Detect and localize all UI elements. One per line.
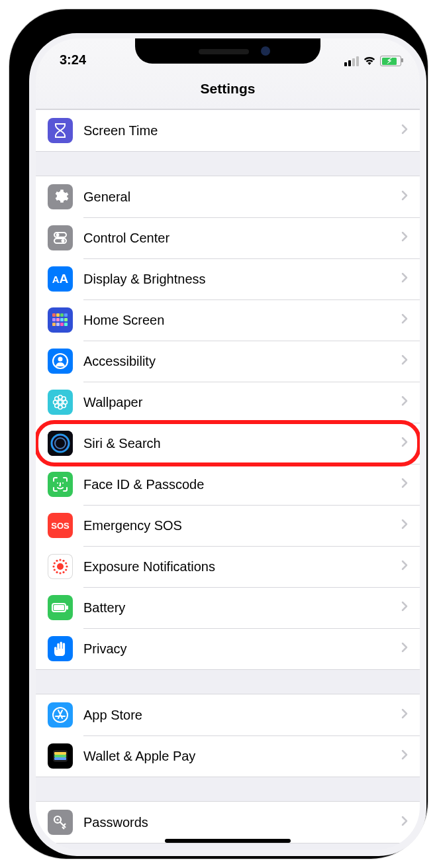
svg-rect-46 — [66, 606, 68, 610]
chevron-right-icon — [401, 708, 420, 722]
notch — [135, 38, 320, 64]
svg-point-32 — [57, 563, 64, 570]
svg-rect-50 — [54, 752, 66, 755]
svg-point-25 — [55, 404, 59, 407]
row-wallpaper[interactable]: Wallpaper — [36, 382, 420, 423]
svg-point-17 — [58, 357, 63, 362]
chevron-right-icon — [401, 437, 420, 450]
battery-label: Battery — [83, 600, 401, 616]
svg-point-36 — [59, 572, 61, 574]
svg-point-31 — [62, 482, 64, 484]
svg-rect-10 — [60, 318, 64, 321]
svg-point-1 — [56, 233, 60, 237]
svg-rect-9 — [56, 318, 60, 321]
privacy-icon — [48, 636, 73, 661]
display-icon: AA — [48, 266, 73, 292]
face-id-icon — [48, 472, 73, 497]
svg-rect-11 — [64, 318, 68, 321]
siri-search-label: Siri & Search — [83, 436, 401, 451]
row-siri-search[interactable]: Siri & Search — [36, 423, 420, 464]
row-privacy[interactable]: Privacy — [36, 628, 420, 669]
row-control-center[interactable]: Control Center — [36, 217, 420, 258]
row-emergency-sos[interactable]: SOSEmergency SOS — [36, 505, 420, 546]
status-time: 3:24 — [60, 52, 86, 69]
home-indicator[interactable] — [165, 839, 291, 843]
svg-point-3 — [62, 239, 65, 243]
battery-icon: ⚡︎ — [380, 56, 401, 66]
svg-point-18 — [58, 400, 62, 404]
chevron-right-icon — [401, 642, 420, 655]
mute-switch — [13, 142, 17, 168]
chevron-right-icon — [401, 354, 420, 368]
nav-bar: Settings — [36, 69, 420, 109]
row-accessibility[interactable]: Accessibility — [36, 341, 420, 382]
display-label: Display & Brightness — [83, 272, 401, 287]
settings-group: App StoreWallet & Apple Pay — [36, 694, 420, 777]
chevron-right-icon — [401, 231, 420, 244]
svg-rect-7 — [64, 313, 68, 317]
svg-point-35 — [62, 571, 64, 573]
wallpaper-icon — [48, 390, 73, 415]
svg-point-54 — [56, 818, 58, 820]
volume-down-button — [13, 248, 17, 294]
screentime-label: Screen Time — [83, 123, 401, 138]
privacy-label: Privacy — [83, 641, 401, 657]
row-face-id[interactable]: Face ID & Passcode — [36, 464, 420, 505]
settings-group: GeneralControl CenterAADisplay & Brightn… — [36, 176, 420, 670]
row-home-screen[interactable]: Home Screen — [36, 299, 420, 341]
row-wallet[interactable]: Wallet & Apple Pay — [36, 735, 420, 777]
svg-point-23 — [55, 397, 59, 401]
wallet-icon — [48, 743, 73, 769]
svg-point-24 — [62, 397, 66, 401]
home-screen-icon — [48, 307, 73, 333]
wifi-icon — [363, 56, 376, 66]
chevron-right-icon — [401, 519, 420, 532]
svg-point-26 — [62, 404, 66, 407]
emergency-sos-label: Emergency SOS — [83, 518, 401, 533]
row-battery[interactable]: Battery — [36, 587, 420, 628]
screen: 3:24 ⚡︎ Settings Screen Tim — [36, 38, 420, 849]
general-label: General — [83, 190, 401, 205]
chevron-right-icon — [401, 272, 420, 286]
svg-point-41 — [56, 560, 58, 562]
control-center-label: Control Center — [83, 231, 401, 246]
svg-rect-6 — [60, 313, 64, 317]
chevron-right-icon — [401, 478, 420, 491]
general-icon — [48, 184, 73, 209]
svg-rect-12 — [52, 323, 56, 326]
control-center-icon — [48, 225, 73, 250]
chevron-right-icon — [401, 749, 420, 763]
row-app-store[interactable]: App Store — [36, 694, 420, 735]
svg-point-42 — [59, 559, 61, 561]
row-display[interactable]: AADisplay & Brightness — [36, 258, 420, 299]
passwords-icon — [48, 810, 73, 835]
settings-list[interactable]: Screen TimeGeneralControl CenterAADispla… — [36, 109, 420, 843]
chevron-right-icon — [401, 396, 420, 409]
settings-group: Passwords — [36, 801, 420, 843]
accessibility-icon — [48, 349, 73, 374]
app-store-label: App Store — [83, 708, 401, 723]
status-icons: ⚡︎ — [344, 56, 401, 69]
svg-point-30 — [57, 482, 58, 484]
exposure-icon — [48, 554, 73, 579]
svg-point-38 — [54, 569, 56, 570]
svg-rect-5 — [56, 313, 60, 317]
svg-point-40 — [54, 562, 56, 564]
svg-point-34 — [65, 569, 67, 570]
svg-rect-15 — [64, 323, 68, 326]
app-store-icon — [48, 702, 73, 728]
settings-group: Screen Time — [36, 109, 420, 152]
row-general[interactable]: General — [36, 176, 420, 217]
phone-frame: 3:24 ⚡︎ Settings Screen Tim — [9, 9, 428, 859]
svg-point-37 — [56, 571, 58, 573]
svg-rect-4 — [52, 313, 56, 317]
svg-point-33 — [66, 565, 68, 567]
row-screentime[interactable]: Screen Time — [36, 110, 420, 151]
svg-rect-13 — [56, 323, 60, 326]
row-exposure[interactable]: Exposure Notifications — [36, 546, 420, 587]
row-passwords[interactable]: Passwords — [36, 802, 420, 843]
chevron-right-icon — [401, 560, 420, 573]
svg-point-44 — [65, 562, 67, 564]
chevron-right-icon — [401, 313, 420, 327]
svg-rect-47 — [54, 605, 64, 610]
